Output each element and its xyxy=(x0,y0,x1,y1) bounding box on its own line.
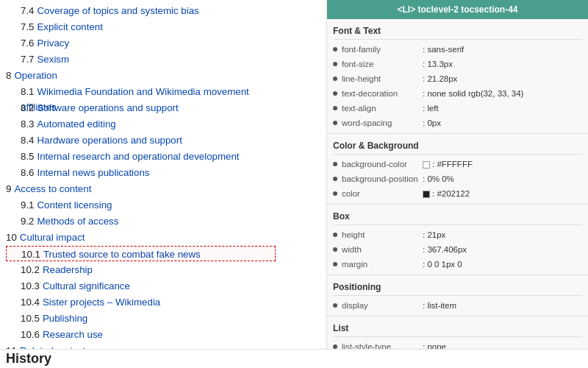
inspector-row: font-size: 13.3px xyxy=(333,57,582,71)
inspector-row: background-color: #FFFFFF xyxy=(333,157,582,171)
list-section: List list-style-type: nonelist-style-pos… xyxy=(327,316,588,349)
toc-item[interactable]: 10.6Research use xyxy=(6,327,276,342)
color-swatch xyxy=(423,161,430,169)
color-swatch xyxy=(423,191,430,198)
positioning-title: Positioning xyxy=(333,278,582,296)
property-value: : #202122 xyxy=(423,187,470,200)
bullet-icon xyxy=(333,262,337,266)
list-title: List xyxy=(333,319,582,337)
toc-item[interactable]: 11Related projects xyxy=(6,343,276,349)
property-key: width xyxy=(342,243,423,256)
positioning-section: Positioning display: list-item xyxy=(327,275,588,316)
property-key: margin xyxy=(342,258,423,271)
toc-item[interactable]: 7.4Coverage of topics and systemic bias xyxy=(6,3,276,18)
property-value: : none xyxy=(423,340,446,349)
bullet-icon xyxy=(333,121,337,125)
toc-item[interactable]: 7.6Privacy xyxy=(6,35,276,51)
inspector-row: text-align: left xyxy=(333,101,582,116)
property-value: : left xyxy=(423,102,439,115)
toc-item[interactable]: 8.3Automated editing xyxy=(6,116,276,132)
toc-item[interactable]: 10.2Readership xyxy=(6,262,276,277)
inspector-row: color: #202122 xyxy=(333,186,582,201)
css-inspector-panel: <LI> toclevel-2 tocsection-44 Font & Tex… xyxy=(327,0,588,349)
toc-item[interactable]: 9.2Methods of access xyxy=(6,213,276,229)
inspector-row: width: 367.406px xyxy=(333,242,582,257)
bullet-icon xyxy=(333,106,337,110)
bullet-icon xyxy=(333,191,337,196)
toc-item[interactable]: 10.4Sister projects – Wikimedia xyxy=(6,294,276,310)
property-key: font-size xyxy=(342,57,423,71)
toc-panel: 7.4Coverage of topics and systemic bias7… xyxy=(0,0,327,349)
box-section: Box height: 21pxwidth: 367.406pxmargin: … xyxy=(327,205,588,275)
inspector-row: display: list-item xyxy=(333,298,582,313)
bullet-icon xyxy=(333,162,337,166)
toc-item[interactable]: 7.5Explicit content xyxy=(6,19,276,35)
inspector-row: list-style-type: none xyxy=(333,339,582,349)
color-background-section: Color & Background background-color: #FF… xyxy=(327,134,588,205)
inspector-row: text-decoration: none solid rgb(32, 33, … xyxy=(333,86,582,101)
property-value: : 13.3px xyxy=(423,57,453,71)
property-key: background-position xyxy=(342,172,423,185)
inspector-row: margin: 0 0 1px 0 xyxy=(333,257,582,272)
inspector-row: height: 21px xyxy=(333,227,582,242)
property-key: text-decoration xyxy=(342,87,423,100)
toc-item[interactable]: 10.1Trusted source to combat fake news xyxy=(6,246,276,261)
property-value: : 0% 0% xyxy=(423,172,454,185)
color-background-title: Color & Background xyxy=(333,137,582,155)
property-key: word-spacing xyxy=(342,116,423,130)
property-key: background-color xyxy=(342,158,423,171)
toc-item[interactable]: 7.7Sexism xyxy=(6,52,276,67)
toc-item[interactable]: 8.2Software operations and support xyxy=(6,100,276,116)
toc-item[interactable]: 8.4Hardware operations and support xyxy=(6,132,276,148)
property-key: text-align xyxy=(342,102,423,115)
toc-item[interactable]: 9.1Content licensing xyxy=(6,197,276,213)
property-value: : 0 0 1px 0 xyxy=(423,258,462,271)
property-value: : none solid rgb(32, 33, 34) xyxy=(423,87,523,100)
toc-item[interactable]: 10.3Cultural significance xyxy=(6,278,276,294)
inspector-row: background-position: 0% 0% xyxy=(333,171,582,186)
property-value: : sans-serif xyxy=(423,43,464,56)
property-key: list-style-type xyxy=(342,340,423,349)
bullet-icon xyxy=(333,47,337,52)
inspector-row: line-height: 21.28px xyxy=(333,71,582,86)
toc-item[interactable]: 8.6Internal news publications xyxy=(6,165,276,180)
property-value: : 0px xyxy=(423,116,441,130)
inspector-row: font-family: sans-serif xyxy=(333,42,582,57)
bullet-icon xyxy=(333,62,337,66)
bullet-icon xyxy=(333,177,337,181)
toc-item[interactable]: 10.5Publishing xyxy=(6,311,276,326)
property-value: : 21px xyxy=(423,228,445,241)
toc-item[interactable]: 8.5Internal research and operational dev… xyxy=(6,149,276,164)
bullet-icon xyxy=(333,233,337,237)
toc-item[interactable]: 9Access to content xyxy=(6,181,276,197)
property-key: font-family xyxy=(342,43,423,56)
property-key: display xyxy=(342,299,423,312)
property-key: height xyxy=(342,228,423,241)
font-text-title: Font & Text xyxy=(333,22,582,40)
property-key: color xyxy=(342,187,423,200)
box-title: Box xyxy=(333,208,582,225)
toc-item[interactable]: 10Cultural impact xyxy=(6,230,276,245)
property-value: : #FFFFFF xyxy=(423,158,473,171)
property-key: line-height xyxy=(342,72,423,85)
history-heading: History xyxy=(0,349,588,368)
inspector-header: <LI> toclevel-2 tocsection-44 xyxy=(327,0,588,19)
property-value: : 367.406px xyxy=(423,243,467,256)
bullet-icon xyxy=(333,77,337,81)
font-text-section: Font & Text font-family: sans-seriffont-… xyxy=(327,19,588,134)
toc-item[interactable]: 8.1Wikimedia Foundation and Wikimedia mo… xyxy=(6,84,276,99)
bullet-icon xyxy=(333,91,337,96)
property-value: : 21.28px xyxy=(423,72,457,85)
inspector-row: word-spacing: 0px xyxy=(333,116,582,130)
bullet-icon xyxy=(333,303,337,308)
property-value: : list-item xyxy=(423,299,456,312)
toc-item[interactable]: 8Operation xyxy=(6,68,276,83)
bullet-icon xyxy=(333,247,337,252)
